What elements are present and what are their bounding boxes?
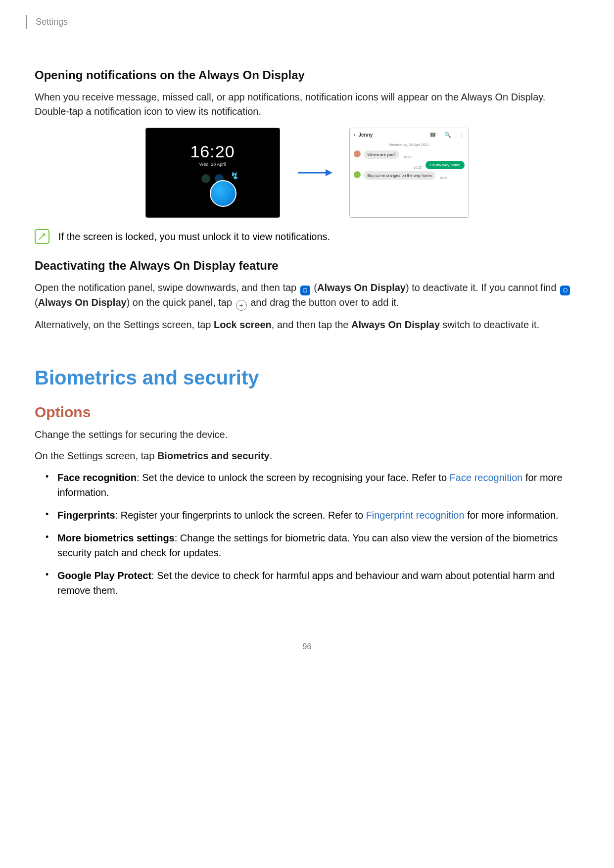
aod-quick-icon bbox=[300, 286, 310, 295]
option-label: Face recognition bbox=[57, 472, 137, 483]
bold-aod: Always On Display bbox=[351, 319, 440, 330]
para-deactivate-2: Alternatively, on the Settings screen, t… bbox=[35, 318, 579, 332]
text: On the Settings screen, tap bbox=[35, 450, 157, 461]
chat-msg-2: 16:20 On my way home bbox=[350, 160, 469, 170]
aod-tap-cursor-icon: ↯ bbox=[231, 170, 241, 181]
options-list: Face recognition: Set the device to unlo… bbox=[35, 470, 579, 598]
chat-screenshot: ‹ Jenny ☎ 🔍 ⋮ Wednesday, 28 April 2021 W… bbox=[349, 128, 469, 218]
page-number: 96 bbox=[35, 642, 579, 651]
text: switch to deactivate it. bbox=[440, 319, 539, 330]
chat-timestamp: 16:21 bbox=[439, 176, 447, 180]
arrow-icon bbox=[295, 168, 334, 178]
link-fingerprint-recognition[interactable]: Fingerprint recognition bbox=[366, 510, 465, 521]
aod-tap-indicator bbox=[210, 180, 236, 207]
back-icon: ‹ bbox=[354, 131, 356, 138]
note-unlock: If the screen is locked, you must unlock… bbox=[35, 229, 579, 244]
phone-icon: ☎ bbox=[429, 132, 436, 138]
para-deactivate-1: Open the notification panel, swipe downw… bbox=[35, 281, 579, 311]
option-more-biometrics: More biometrics settings: Change the set… bbox=[49, 530, 579, 560]
subtitle-options: Options bbox=[35, 404, 579, 421]
text: : Set the device to unlock the screen by… bbox=[137, 472, 450, 483]
text: and drag the button over to add it. bbox=[248, 297, 399, 308]
figure-aod-to-chat: 16:20 Wed, 28 April ↯ ‹ Jenny ☎ 🔍 ⋮ Wedn… bbox=[35, 128, 579, 218]
para-options-intro1: Change the settings for securing the dev… bbox=[35, 428, 579, 442]
chat-date: Wednesday, 28 April 2021 bbox=[350, 141, 469, 149]
title-biometrics: Biometrics and security bbox=[35, 367, 579, 389]
text: ( bbox=[35, 297, 38, 308]
plus-icon: + bbox=[236, 300, 247, 311]
text: ( bbox=[311, 282, 317, 293]
chat-header: ‹ Jenny ☎ 🔍 ⋮ bbox=[350, 128, 469, 141]
para-options-intro2: On the Settings screen, tap Biometrics a… bbox=[35, 449, 579, 463]
para-opening-notifications: When you receive message, missed call, o… bbox=[35, 90, 579, 119]
text: for more information. bbox=[465, 510, 559, 521]
option-google-play-protect: Google Play Protect: Set the device to c… bbox=[49, 568, 579, 598]
chat-bubble-mine: On my way home bbox=[425, 161, 464, 169]
note-icon bbox=[35, 229, 49, 244]
chat-timestamp: 16:20 bbox=[414, 166, 422, 169]
chat-bubble: Buy some oranges on the way home bbox=[364, 171, 436, 180]
aod-time: 16:20 bbox=[146, 142, 280, 161]
link-face-recognition[interactable]: Face recognition bbox=[450, 472, 523, 483]
chat-bubble: Where are you? bbox=[364, 150, 400, 159]
bold-lockscreen: Lock screen bbox=[214, 319, 272, 330]
aod-quick-icon bbox=[560, 286, 570, 295]
chat-contact-name: Jenny bbox=[359, 132, 373, 138]
heading-opening-notifications: Opening notifications on the Always On D… bbox=[35, 68, 579, 82]
breadcrumb: Settings bbox=[26, 15, 579, 29]
option-label: Fingerprints bbox=[57, 510, 115, 521]
search-icon: 🔍 bbox=[444, 132, 451, 138]
aod-date: Wed, 28 April bbox=[146, 162, 280, 167]
text: Alternatively, on the Settings screen, t… bbox=[35, 319, 214, 330]
bold-aod: Always On Display bbox=[38, 297, 127, 308]
option-face-recognition: Face recognition: Set the device to unlo… bbox=[49, 470, 579, 500]
avatar-icon bbox=[354, 150, 361, 157]
heading-deactivating-aod: Deactivating the Always On Display featu… bbox=[35, 259, 579, 273]
option-label: More biometrics settings bbox=[57, 532, 175, 543]
more-icon: ⋮ bbox=[459, 132, 465, 138]
bold-aod: Always On Display bbox=[317, 282, 406, 293]
chat-msg-3: Buy some oranges on the way home 16:21 bbox=[350, 170, 469, 181]
aod-notification-icons bbox=[146, 174, 280, 183]
chat-msg-1: Where are you? 16:20 bbox=[350, 149, 469, 160]
text: , and then tap the bbox=[272, 319, 351, 330]
option-fingerprints: Fingerprints: Register your fingerprints… bbox=[49, 508, 579, 523]
bold-biometrics: Biometrics and security bbox=[157, 450, 270, 461]
text: Open the notification panel, swipe downw… bbox=[35, 282, 299, 293]
aod-icon-1 bbox=[201, 174, 210, 183]
aod-screenshot: 16:20 Wed, 28 April ↯ bbox=[145, 128, 280, 218]
chat-timestamp: 16:20 bbox=[403, 155, 411, 159]
svg-marker-1 bbox=[326, 169, 332, 176]
text: . bbox=[270, 450, 273, 461]
note-text: If the screen is locked, you must unlock… bbox=[58, 229, 330, 243]
option-label: Google Play Protect bbox=[57, 570, 151, 581]
avatar-icon bbox=[354, 171, 361, 178]
text: : Register your fingerprints to unlock t… bbox=[115, 510, 366, 521]
text: ) on the quick panel, tap bbox=[127, 297, 235, 308]
text: ) to deactivate it. If you cannot find bbox=[406, 282, 559, 293]
